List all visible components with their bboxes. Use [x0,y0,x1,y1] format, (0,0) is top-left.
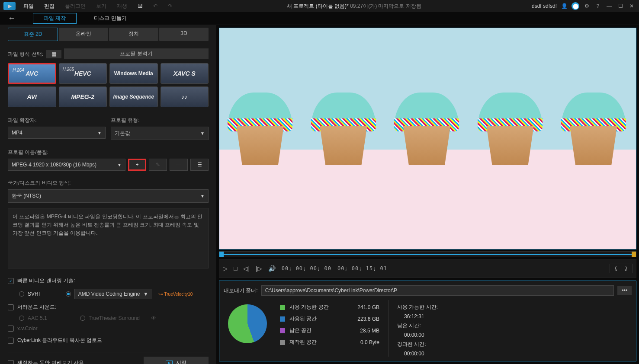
browse-folder-button[interactable]: ••• [617,286,632,295]
radio-icon [19,291,24,297]
disc-create-button[interactable]: 디스크 만들기 [94,15,126,22]
ptype-dropdown[interactable]: 기본값▼ [111,127,209,140]
redo-icon[interactable]: ↷ [164,1,177,11]
format-h264-avc[interactable]: H.264AVC [8,63,56,84]
ext-dropdown[interactable]: MP4▼ [8,127,106,139]
play-button[interactable]: ▷ [223,265,228,272]
checkbox-icon [8,360,14,364]
checkbox-icon [8,326,14,332]
ext-label: 파일 확장자: [8,117,106,124]
maximize-icon[interactable]: ☐ [617,2,624,10]
checkbox-icon [8,338,14,344]
format-mpeg2[interactable]: MPEG-2 [59,86,107,107]
add-profile-button[interactable]: + [128,159,146,171]
ptype-label: 프로필 유형: [111,117,209,124]
menu-view[interactable]: 보기 [92,1,111,12]
mark-in-button[interactable]: ⤹ [613,265,619,272]
undo-icon[interactable]: ↶ [149,1,162,11]
preview-checkbox[interactable]: 제작하는 동안 미리보기 사용 [8,357,139,364]
right-panel: ▷ □ ◁| |▷ 🔊 00; 00; 00; 00 00; 00; 15; 0… [216,25,639,364]
chevron-down-icon: ▼ [117,163,122,167]
svrt-radio[interactable]: SVRT AMD Video Coding Engine▼ »» TrueVel… [8,287,209,301]
country-dropdown[interactable]: 한국 (NTSC)▼ [8,189,209,203]
disk-stats: 사용 가능한 공간241.0 GB 사용된 공간223.6 GB 남은 공간28… [224,300,632,357]
disk-pie-chart [228,304,267,343]
preview-area [219,28,636,249]
format-xavcs[interactable]: XAVC S [161,63,209,84]
remain-time-value: 00:00:00 [397,332,438,338]
start-button[interactable]: ▶ 시작 [144,357,209,364]
legend-available: 사용 가능한 공간241.0 GB [280,303,379,311]
export-folder-label: 내보내기 폴더: [224,287,258,294]
elapsed-time-label: 경과한 시간: [397,341,438,348]
app-logo: ▶ [3,2,16,10]
user-icon[interactable]: 👤 [560,2,568,10]
settings-icon[interactable]: ⚙ [583,2,591,10]
format-wmv[interactable]: Windows Media [109,63,158,84]
surround-checkbox[interactable]: 서라운드 사운드: [8,301,209,313]
profile-icon[interactable]: ▦ [46,50,61,58]
tab-online[interactable]: 온라인 [59,28,108,41]
username: dsdf sdfsdf [532,3,557,9]
menu-edit[interactable]: 편집 [40,1,59,12]
remain-time-label: 남은 시간: [397,322,438,329]
menu-play[interactable]: 재생 [112,1,132,12]
play-icon: ▶ [166,361,173,364]
next-frame-button[interactable]: |▷ [256,265,262,272]
help-icon[interactable]: ? [594,2,602,10]
chevron-down-icon: ▼ [200,194,205,198]
checkbox-icon [8,278,14,284]
edit-profile-button[interactable]: ✎ [149,159,167,171]
prev-frame-button[interactable]: ◁| [243,265,250,272]
tab-standard-2d[interactable]: 표준 2D [8,28,58,41]
legend-produced: 제작된 공간0.0 Byte [280,338,379,346]
back-arrow-icon[interactable]: ← [8,14,16,23]
format-avi[interactable]: AVI [8,86,56,107]
radio-icon [66,291,71,297]
chevron-down-icon: ▼ [97,131,102,135]
checkbox-icon [8,304,14,310]
close-icon[interactable]: ✕ [628,2,636,10]
in-point-handle[interactable] [219,252,224,257]
format-label: 파일 형식 선택: [8,51,43,58]
tab-device[interactable]: 장치 [109,28,158,41]
stop-button[interactable]: □ [234,265,237,272]
hw-engine-dropdown[interactable]: AMD Video Coding Engine▼ [74,289,152,299]
format-audio[interactable]: ♪♪ [161,86,209,107]
avail-time-label: 사용 가능한 시간: [397,303,438,311]
cloud-upload-checkbox[interactable]: CyberLink 클라우드에 복사본 업로드 [8,334,209,347]
xvcolor-checkbox[interactable]: x.v.Color [8,323,209,334]
delete-profile-button[interactable]: — [170,159,188,171]
preview-image [219,28,636,249]
file-produce-button[interactable]: 파일 제작 [33,13,77,24]
menu-file[interactable]: 파일 [19,1,38,12]
profile-dropdown[interactable]: MPEG-4 1920 x 1080/30p (16 Mbps)▼ [8,159,125,171]
out-point-handle[interactable] [632,252,636,257]
fast-render-checkbox[interactable]: 빠른 비디오 랜더링 기술: [8,275,209,287]
current-timecode: 00; 00; 00; 00 [282,265,331,271]
legend-used: 사용된 공간223.6 GB [280,315,379,322]
save-icon[interactable]: 🖫 [133,1,147,11]
format-h265-hevc[interactable]: H.265HEVC [59,63,107,84]
notification-icon[interactable]: ⬤ [572,2,579,10]
export-panel: 내보내기 폴더: C:\Users\approve\Documents\Cybe… [219,281,636,361]
subheader: ← 파일 제작 디스크 만들기 [0,12,639,25]
menu-plugin[interactable]: 플러그인 [61,1,90,12]
profile-analyzer-button[interactable]: 프로필 분석기 [64,48,209,59]
menubar: ▶ 파일 편집 플러그인 보기 재생 🖫 ↶ ↷ 새 프로젝트 (타이틀 없음)… [0,0,639,12]
export-path-field[interactable]: C:\Users\approve\Documents\CyberLink\Pow… [261,285,614,296]
profile-details-button[interactable]: ☰ [190,159,209,171]
mark-out-button[interactable]: ⤸ [623,265,629,272]
minimize-icon[interactable]: — [605,2,613,10]
country-label: 국가/디스크의 비디오 형식: [8,179,209,187]
volume-icon[interactable]: 🔊 [268,265,276,272]
aac-radio: AAC 5.1 TrueTheater Surround 👁 [8,313,209,323]
format-grid: H.264AVC H.265HEVC Windows Media XAVC S … [8,63,209,107]
timeline-scrubber[interactable] [219,251,636,257]
avail-time-value: 36:12:31 [397,313,438,319]
pname-label: 프로필 이름/품질: [8,149,209,156]
eye-icon: 👁 [151,315,156,321]
tab-3d[interactable]: 3D [159,28,209,41]
truevelocity-icon: »» TrueVelocity10 [158,292,193,297]
format-image-seq[interactable]: Image Sequence [109,86,158,107]
